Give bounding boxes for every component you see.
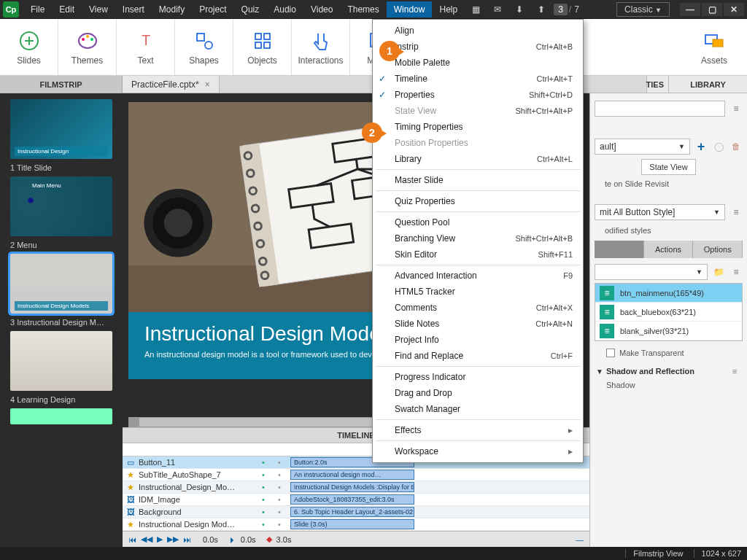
trash-icon[interactable]: 🗑 bbox=[729, 140, 743, 153]
timeline-track[interactable]: 🖼IDM_Image••AdobeStock_180837355_edit:3.… bbox=[123, 494, 589, 506]
track-visibility-toggle[interactable]: • bbox=[255, 470, 271, 479]
menu-item[interactable]: CommentsCtrl+Alt+X bbox=[373, 300, 583, 316]
menu-quiz[interactable]: Quiz bbox=[234, 1, 267, 18]
mail-icon[interactable]: ✉ bbox=[491, 3, 504, 16]
menu-item[interactable]: HTML5 Tracker bbox=[373, 284, 583, 300]
track-visibility-toggle[interactable]: • bbox=[255, 508, 271, 516]
download-icon[interactable]: ⬇ bbox=[513, 3, 526, 16]
timeline-track[interactable]: ★SubTitle_AutoShape_7••An instructional … bbox=[123, 469, 589, 481]
menu-item[interactable]: Progress Indicator bbox=[373, 369, 583, 385]
menu-edit[interactable]: Edit bbox=[52, 1, 82, 18]
track-clip[interactable]: 6. Sub Topic Header Layout_2-assets-02:3… bbox=[290, 507, 414, 517]
track-lock-toggle[interactable]: • bbox=[271, 495, 287, 504]
menu-item[interactable]: Workspace▸ bbox=[373, 443, 583, 459]
slide-thumb-selected[interactable]: Instructional Design Models 3 Instructio… bbox=[4, 254, 118, 327]
ribbon-text[interactable]: T Text bbox=[117, 19, 175, 75]
menu-insert[interactable]: Insert bbox=[115, 1, 152, 18]
upload-icon[interactable]: ⬆ bbox=[535, 3, 548, 16]
button-style-select[interactable]: mit All Button Style]▼ bbox=[595, 204, 725, 220]
track-visibility-toggle[interactable]: • bbox=[255, 520, 271, 529]
ribbon-themes[interactable]: Themes bbox=[58, 19, 117, 75]
menu-item[interactable]: Drag and Drop bbox=[373, 385, 583, 401]
menu-item[interactable]: Project Info bbox=[373, 332, 583, 348]
image-listbox[interactable]: ≡btn_mainmenu(165*49)≡back_bluebox(63*21… bbox=[595, 283, 743, 341]
menu-help[interactable]: Help bbox=[432, 1, 465, 18]
close-icon[interactable]: × bbox=[205, 79, 210, 90]
menu-item[interactable]: Advanced InteractionF9 bbox=[373, 268, 583, 284]
menu-item[interactable]: ✓PropertiesShift+Ctrl+D bbox=[373, 87, 583, 103]
object-name-field[interactable] bbox=[595, 101, 725, 117]
filmstrip-tab[interactable]: FILMSTRIP bbox=[0, 76, 123, 93]
menu-item[interactable]: mstripCtrl+Alt+B bbox=[373, 39, 583, 55]
menu-window[interactable]: Window bbox=[387, 1, 433, 18]
step-back-icon[interactable]: ◀◀ bbox=[141, 534, 152, 544]
menu-item[interactable]: Branching ViewShift+Ctrl+Alt+B bbox=[373, 230, 583, 246]
rewind-end-icon[interactable]: ⏭ bbox=[183, 535, 191, 544]
menu-project[interactable]: Project bbox=[192, 1, 233, 18]
ribbon-slides[interactable]: Slides bbox=[0, 19, 58, 75]
ribbon-interactions[interactable]: Interactions bbox=[292, 19, 350, 75]
track-clip[interactable]: Slide (3.0s) bbox=[290, 519, 414, 529]
library-tab[interactable]: LIBRARY bbox=[668, 76, 747, 93]
tab-options[interactable]: Options bbox=[693, 241, 743, 258]
menu-audio[interactable]: Audio bbox=[266, 1, 303, 18]
tab-style[interactable] bbox=[595, 241, 644, 258]
track-lock-toggle[interactable]: • bbox=[271, 483, 287, 491]
track-visibility-toggle[interactable]: • bbox=[255, 495, 271, 504]
track-lock-toggle[interactable]: • bbox=[271, 470, 287, 479]
style-select[interactable]: ault]▼ bbox=[595, 139, 690, 155]
step-fwd-icon[interactable]: ▶▶ bbox=[167, 534, 179, 544]
list-item[interactable]: ≡btn_mainmenu(165*49) bbox=[595, 284, 742, 303]
list-item[interactable]: ≡back_bluebox(63*21) bbox=[595, 303, 742, 322]
menu-icon[interactable]: ≡ bbox=[729, 265, 743, 279]
properties-tab-partial[interactable]: TIES bbox=[646, 76, 668, 93]
menu-item[interactable]: Slide NotesCtrl+Alt+N bbox=[373, 316, 583, 332]
menu-modify[interactable]: Modify bbox=[152, 1, 192, 18]
image-select[interactable]: ▼ bbox=[595, 264, 708, 280]
menu-view[interactable]: View bbox=[82, 1, 115, 18]
state-view-button[interactable]: State View bbox=[641, 159, 695, 175]
track-lock-toggle[interactable]: • bbox=[271, 508, 287, 516]
menu-item[interactable]: Timing Properties bbox=[373, 119, 583, 135]
menu-item[interactable]: ✓TimelineCtrl+Alt+T bbox=[373, 71, 583, 87]
sync-count[interactable]: 3 bbox=[554, 4, 568, 15]
menu-item[interactable]: Skin EditorShift+F11 bbox=[373, 246, 583, 262]
menu-item[interactable]: Question Pool bbox=[373, 214, 583, 230]
slide-thumb[interactable] bbox=[4, 408, 118, 424]
menu-item[interactable]: Quiz Properties bbox=[373, 193, 583, 209]
menu-item[interactable]: Mobile Palette bbox=[373, 55, 583, 71]
ribbon-shapes[interactable]: Shapes bbox=[175, 19, 233, 75]
folder-icon[interactable]: 📁 bbox=[712, 265, 725, 279]
menu-icon[interactable]: ≡ bbox=[729, 206, 743, 219]
menu-item[interactable]: Master Slide bbox=[373, 172, 583, 188]
filmstrip-panel[interactable]: Instructional Design 1 Title Slide Main … bbox=[0, 93, 123, 547]
file-tab[interactable]: PracticeFile.cptx* × bbox=[123, 76, 220, 93]
track-clip[interactable]: An instructional design mod… bbox=[290, 470, 414, 480]
play-icon[interactable]: ▶ bbox=[157, 534, 163, 544]
add-icon[interactable]: + bbox=[694, 140, 708, 153]
slide-thumb[interactable]: 4 Learning Design bbox=[4, 331, 118, 404]
shadow-section-header[interactable]: ▼ Shadow and Reflection ≡ bbox=[595, 360, 743, 381]
window-maximize[interactable]: ▢ bbox=[702, 3, 722, 16]
ribbon-assets[interactable]: Assets bbox=[681, 19, 747, 75]
menu-item[interactable]: Effects▸ bbox=[373, 422, 583, 438]
track-visibility-toggle[interactable]: • bbox=[255, 458, 271, 467]
slide-thumb[interactable]: Instructional Design 1 Title Slide bbox=[4, 99, 118, 172]
make-transparent-checkbox[interactable] bbox=[606, 349, 615, 357]
menu-themes[interactable]: Themes bbox=[340, 1, 386, 18]
rewind-start-icon[interactable]: ⏮ bbox=[128, 535, 136, 544]
workspace-selector[interactable]: Classic ▼ bbox=[616, 2, 670, 17]
menu-file[interactable]: File bbox=[23, 1, 52, 18]
menu-item[interactable]: Swatch Manager bbox=[373, 401, 583, 417]
track-clip[interactable]: AdobeStock_180837355_edit:3.0s bbox=[290, 494, 414, 505]
menu-icon[interactable]: ≡ bbox=[729, 102, 743, 115]
zoom-slider-icon[interactable]: — bbox=[576, 535, 584, 544]
timeline-track[interactable]: 🖼Background••6. Sub Topic Header Layout_… bbox=[123, 506, 589, 518]
menu-item[interactable]: LibraryCtrl+Alt+L bbox=[373, 151, 583, 167]
menu-video[interactable]: Video bbox=[303, 1, 340, 18]
window-minimize[interactable]: — bbox=[680, 3, 700, 16]
slide-thumb[interactable]: Main Menu 2 Menu bbox=[4, 176, 118, 249]
layout-icon[interactable]: ▦ bbox=[469, 3, 482, 16]
track-lock-toggle[interactable]: • bbox=[271, 458, 287, 467]
tab-actions[interactable]: Actions bbox=[644, 241, 694, 258]
